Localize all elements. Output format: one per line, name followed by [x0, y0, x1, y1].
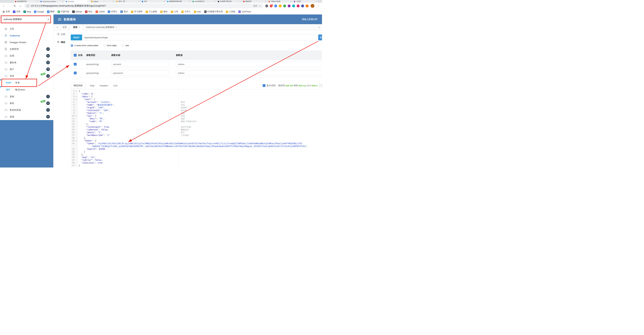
sidebar-api-get-验证token[interactable]: GET验证token: [0, 86, 53, 93]
main-tab-登录[interactable]: 登录×: [70, 24, 83, 30]
sidebar-item-主页[interactable]: 主页: [0, 26, 53, 32]
bookmark-item[interactable]: 101024Tools: [238, 10, 251, 13]
tab-close-icon[interactable]: ×: [138, 0, 139, 2]
bookmark-star-icon[interactable]: ☆: [259, 5, 261, 7]
content-type-radio-x-www-form-urlencoded[interactable]: x-www-form-urlencoded: [71, 44, 98, 47]
home-icon[interactable]: ⌂: [19, 4, 22, 8]
content-type-radio-form-data[interactable]: form-data: [103, 44, 116, 47]
tab-close-icon[interactable]: ×: [37, 0, 38, 2]
sidebar-item-资源[interactable]: 资源6: [0, 113, 53, 120]
sidebar-item-服务表[interactable]: 服务表6: [0, 59, 53, 66]
bookmark-item[interactable]: 云百度云: [108, 10, 117, 13]
tab-close-icon[interactable]: ×: [189, 0, 190, 2]
tab-close-icon[interactable]: ×: [164, 0, 164, 2]
browser-menu-icon[interactable]: ⋮: [316, 4, 320, 8]
request-url-box[interactable]: /api/authority/anno/login: [82, 34, 317, 40]
bookmark-item[interactable]: 微信: [160, 10, 168, 13]
sidebar-api-post-登录[interactable]: POST登录: [0, 79, 53, 86]
row-checkbox[interactable]: ✓: [74, 72, 76, 74]
browser-tab[interactable]: 每日一题×: [115, 0, 140, 3]
browser-tab[interactable]: 基础搭建手册×: [14, 0, 39, 3]
tab-close-icon[interactable]: ×: [240, 0, 240, 2]
fold-icon[interactable]: ▾: [75, 95, 78, 98]
row-checkbox[interactable]: ✓: [74, 63, 76, 66]
bookmark-item[interactable]: GGitHub: [72, 10, 82, 13]
send-button[interactable]: 发送: [318, 34, 322, 40]
extension-icon[interactable]: [279, 4, 282, 8]
sidebar-item-用户[interactable]: 用户9: [0, 66, 53, 72]
extension-icon[interactable]: [297, 4, 300, 8]
main-tab-主页[interactable]: 主页: [59, 24, 70, 30]
response-tab-响应内容[interactable]: 响应内容: [71, 83, 86, 88]
bookmark-item[interactable]: ▦应用: [2, 10, 10, 13]
extension-icon[interactable]: [301, 4, 304, 8]
header-search-input[interactable]: 请输入搜索内容: [302, 18, 318, 21]
tab-close-icon[interactable]: ×: [265, 0, 266, 2]
forward-icon[interactable]: →: [8, 4, 11, 8]
tab-close-icon[interactable]: ×: [316, 0, 317, 2]
main-tab-Authorize-authority-权限模块[interactable]: Authorize-authority-权限模块×: [83, 24, 120, 30]
extension-icon[interactable]: [265, 4, 268, 8]
show-desc-checkbox[interactable]: ✓: [263, 84, 266, 87]
sidebar-item-角色的资源[interactable]: 角色的资源1: [0, 106, 53, 113]
bookmark-item[interactable]: bBing: [24, 10, 31, 13]
sidebar-item-登录[interactable]: 登录NEW2: [0, 72, 53, 79]
param-value-input[interactable]: [176, 70, 322, 76]
sidebar-item-文档管理[interactable]: 文档管理3: [0, 46, 53, 52]
extension-icon[interactable]: [274, 4, 277, 8]
extension-icon[interactable]: [283, 4, 286, 8]
param-name-input[interactable]: [111, 70, 169, 76]
profile-avatar[interactable]: [310, 4, 314, 8]
content-type-radio-raw[interactable]: raw: [122, 44, 129, 47]
fold-icon[interactable]: ▾: [75, 140, 78, 142]
bookmark-item[interactable]: 译翻译: [47, 10, 54, 13]
browser-tab[interactable]: ES搜索引擎文档×: [216, 0, 242, 3]
response-tab-Curl[interactable]: Curl: [113, 83, 118, 88]
bookmark-item[interactable]: 学习资料: [131, 10, 142, 13]
response-code-editor[interactable]: 1▾{2 "code": 0,3▾ "data": {4▾ "user": {5…: [71, 89, 322, 168]
sidebar-item-应用[interactable]: 应用5: [0, 52, 53, 59]
extension-icon[interactable]: [270, 4, 273, 8]
tab-close-icon[interactable]: ×: [62, 0, 63, 2]
tabs-collapse-icon[interactable]: «: [55, 26, 59, 29]
fold-icon[interactable]: ▾: [75, 90, 78, 92]
bookmark-item[interactable]: 已导入: [181, 10, 191, 13]
bookmark-item[interactable]: 码码云: [85, 10, 92, 13]
fold-icon[interactable]: ▾: [75, 98, 78, 101]
bookmark-item[interactable]: 百百度: [13, 10, 20, 13]
doc-tab-文档[interactable]: 文档: [54, 30, 69, 38]
tab-close-icon[interactable]: ×: [214, 0, 215, 2]
bookmark-item[interactable]: 记笔记: [120, 10, 128, 13]
url-bar[interactable]: i 127.0.0.1:8760/api/gate/doc.html#/auth…: [24, 4, 263, 8]
back-icon[interactable]: ←: [2, 4, 6, 8]
tab-close-icon[interactable]: ×: [116, 26, 117, 28]
fold-icon[interactable]: ▾: [75, 114, 78, 117]
project-select[interactable]: authority-权限模块: [2, 16, 50, 22]
tab-close-icon[interactable]: ×: [113, 0, 114, 2]
param-value-input[interactable]: [176, 62, 322, 67]
tab-close-icon[interactable]: ×: [79, 26, 80, 28]
response-tab-Headers[interactable]: Headers: [100, 83, 108, 88]
bookmark-item[interactable]: 小目标: [226, 10, 235, 13]
tab-close-icon[interactable]: ×: [88, 0, 88, 2]
bookmark-item[interactable]: GGoogle: [34, 10, 44, 13]
extension-icon[interactable]: [288, 4, 290, 8]
bookmark-item[interactable]: CCSDN: [96, 10, 105, 13]
extension-icon[interactable]: [292, 4, 295, 8]
sidebar-item-Swagger Models[interactable]: Swagger Models: [0, 39, 53, 46]
show-desc-toggle[interactable]: ✓ 显示说明: [263, 84, 276, 87]
browser-tab[interactable]: doc.html×: [64, 0, 90, 3]
browser-tab[interactable]: 知乎×: [140, 0, 166, 3]
browser-tab[interactable]: habbes×: [90, 0, 115, 3]
browser-tab[interactable]: 最新推荐×: [242, 0, 267, 3]
bookmark-item[interactable]: 开开源中国: [58, 10, 69, 13]
reload-icon[interactable]: ↻: [13, 4, 16, 8]
tab-close-icon[interactable]: ×: [290, 0, 291, 2]
browser-tab[interactable]: push实践总结×: [191, 0, 216, 3]
response-tab-Raw[interactable]: Raw: [90, 83, 94, 88]
translate-icon[interactable]: 文A: [254, 4, 257, 8]
doc-tab-调试[interactable]: 调试: [54, 38, 69, 46]
sidebar-item-菜单[interactable]: 菜单7: [0, 93, 53, 100]
extension-icon[interactable]: [306, 4, 308, 8]
browser-tab[interactable]: 图解搜索参数详解×: [166, 0, 191, 3]
